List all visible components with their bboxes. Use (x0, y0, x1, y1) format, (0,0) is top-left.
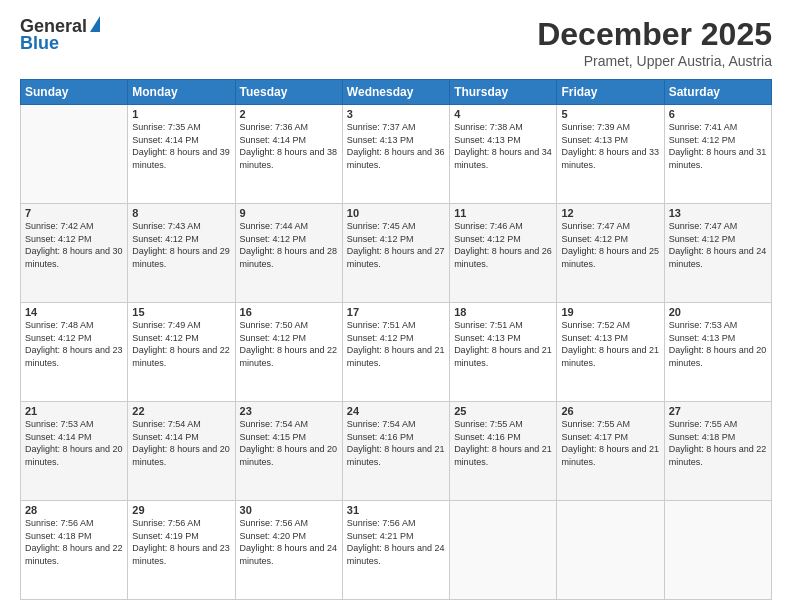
day-number: 29 (132, 504, 230, 516)
day-cell: 6 Sunrise: 7:41 AM Sunset: 4:12 PM Dayli… (664, 105, 771, 204)
day-number: 7 (25, 207, 123, 219)
title-block: December 2025 Pramet, Upper Austria, Aus… (537, 16, 772, 69)
day-number: 15 (132, 306, 230, 318)
day-number: 18 (454, 306, 552, 318)
week-row-4: 21 Sunrise: 7:53 AM Sunset: 4:14 PM Dayl… (21, 402, 772, 501)
daylight: Daylight: 8 hours and 38 minutes. (240, 147, 338, 170)
day-cell: 23 Sunrise: 7:54 AM Sunset: 4:15 PM Dayl… (235, 402, 342, 501)
sunrise: Sunrise: 7:41 AM (669, 122, 738, 132)
day-number: 26 (561, 405, 659, 417)
day-number: 3 (347, 108, 445, 120)
daylight: Daylight: 8 hours and 20 minutes. (25, 444, 123, 467)
daylight: Daylight: 8 hours and 20 minutes. (132, 444, 230, 467)
header-tuesday: Tuesday (235, 80, 342, 105)
daylight: Daylight: 8 hours and 21 minutes. (454, 345, 552, 368)
day-info: Sunrise: 7:39 AM Sunset: 4:13 PM Dayligh… (561, 121, 659, 171)
day-number: 24 (347, 405, 445, 417)
day-number: 31 (347, 504, 445, 516)
sunset: Sunset: 4:12 PM (561, 234, 628, 244)
day-cell: 9 Sunrise: 7:44 AM Sunset: 4:12 PM Dayli… (235, 204, 342, 303)
day-info: Sunrise: 7:56 AM Sunset: 4:20 PM Dayligh… (240, 517, 338, 567)
day-number: 9 (240, 207, 338, 219)
sunrise: Sunrise: 7:56 AM (347, 518, 416, 528)
daylight: Daylight: 8 hours and 34 minutes. (454, 147, 552, 170)
day-cell: 1 Sunrise: 7:35 AM Sunset: 4:14 PM Dayli… (128, 105, 235, 204)
day-number: 12 (561, 207, 659, 219)
day-number: 20 (669, 306, 767, 318)
logo: General Blue (20, 16, 100, 54)
sunset: Sunset: 4:19 PM (132, 531, 199, 541)
daylight: Daylight: 8 hours and 27 minutes. (347, 246, 445, 269)
day-info: Sunrise: 7:56 AM Sunset: 4:18 PM Dayligh… (25, 517, 123, 567)
daylight: Daylight: 8 hours and 21 minutes. (561, 444, 659, 467)
day-cell: 10 Sunrise: 7:45 AM Sunset: 4:12 PM Dayl… (342, 204, 449, 303)
sunset: Sunset: 4:12 PM (454, 234, 521, 244)
header: General Blue December 2025 Pramet, Upper… (20, 16, 772, 69)
day-cell: 3 Sunrise: 7:37 AM Sunset: 4:13 PM Dayli… (342, 105, 449, 204)
day-number: 28 (25, 504, 123, 516)
day-number: 2 (240, 108, 338, 120)
day-info: Sunrise: 7:53 AM Sunset: 4:14 PM Dayligh… (25, 418, 123, 468)
day-cell (557, 501, 664, 600)
day-number: 5 (561, 108, 659, 120)
week-row-2: 7 Sunrise: 7:42 AM Sunset: 4:12 PM Dayli… (21, 204, 772, 303)
sunset: Sunset: 4:12 PM (347, 333, 414, 343)
day-cell (450, 501, 557, 600)
sunrise: Sunrise: 7:54 AM (347, 419, 416, 429)
sunset: Sunset: 4:13 PM (454, 135, 521, 145)
day-number: 25 (454, 405, 552, 417)
daylight: Daylight: 8 hours and 33 minutes. (561, 147, 659, 170)
week-row-5: 28 Sunrise: 7:56 AM Sunset: 4:18 PM Dayl… (21, 501, 772, 600)
day-info: Sunrise: 7:46 AM Sunset: 4:12 PM Dayligh… (454, 220, 552, 270)
daylight: Daylight: 8 hours and 22 minutes. (25, 543, 123, 566)
sunset: Sunset: 4:12 PM (669, 135, 736, 145)
sunset: Sunset: 4:12 PM (240, 234, 307, 244)
sunset: Sunset: 4:14 PM (132, 432, 199, 442)
day-cell: 21 Sunrise: 7:53 AM Sunset: 4:14 PM Dayl… (21, 402, 128, 501)
day-number: 6 (669, 108, 767, 120)
sunrise: Sunrise: 7:56 AM (132, 518, 201, 528)
day-cell: 2 Sunrise: 7:36 AM Sunset: 4:14 PM Dayli… (235, 105, 342, 204)
day-cell: 30 Sunrise: 7:56 AM Sunset: 4:20 PM Dayl… (235, 501, 342, 600)
sunset: Sunset: 4:18 PM (25, 531, 92, 541)
day-cell (664, 501, 771, 600)
sunset: Sunset: 4:12 PM (132, 333, 199, 343)
day-info: Sunrise: 7:37 AM Sunset: 4:13 PM Dayligh… (347, 121, 445, 171)
day-cell: 5 Sunrise: 7:39 AM Sunset: 4:13 PM Dayli… (557, 105, 664, 204)
daylight: Daylight: 8 hours and 28 minutes. (240, 246, 338, 269)
day-info: Sunrise: 7:38 AM Sunset: 4:13 PM Dayligh… (454, 121, 552, 171)
sunset: Sunset: 4:14 PM (132, 135, 199, 145)
sunrise: Sunrise: 7:49 AM (132, 320, 201, 330)
day-number: 4 (454, 108, 552, 120)
day-cell: 4 Sunrise: 7:38 AM Sunset: 4:13 PM Dayli… (450, 105, 557, 204)
sunrise: Sunrise: 7:48 AM (25, 320, 94, 330)
daylight: Daylight: 8 hours and 31 minutes. (669, 147, 767, 170)
week-row-3: 14 Sunrise: 7:48 AM Sunset: 4:12 PM Dayl… (21, 303, 772, 402)
sunrise: Sunrise: 7:36 AM (240, 122, 309, 132)
day-cell: 24 Sunrise: 7:54 AM Sunset: 4:16 PM Dayl… (342, 402, 449, 501)
day-number: 22 (132, 405, 230, 417)
sunrise: Sunrise: 7:43 AM (132, 221, 201, 231)
sunrise: Sunrise: 7:37 AM (347, 122, 416, 132)
day-info: Sunrise: 7:53 AM Sunset: 4:13 PM Dayligh… (669, 319, 767, 369)
header-wednesday: Wednesday (342, 80, 449, 105)
daylight: Daylight: 8 hours and 39 minutes. (132, 147, 230, 170)
day-cell: 27 Sunrise: 7:55 AM Sunset: 4:18 PM Dayl… (664, 402, 771, 501)
day-info: Sunrise: 7:51 AM Sunset: 4:13 PM Dayligh… (454, 319, 552, 369)
header-friday: Friday (557, 80, 664, 105)
sunrise: Sunrise: 7:53 AM (25, 419, 94, 429)
sunset: Sunset: 4:12 PM (132, 234, 199, 244)
sunrise: Sunrise: 7:50 AM (240, 320, 309, 330)
day-info: Sunrise: 7:54 AM Sunset: 4:16 PM Dayligh… (347, 418, 445, 468)
sunset: Sunset: 4:12 PM (240, 333, 307, 343)
day-info: Sunrise: 7:51 AM Sunset: 4:12 PM Dayligh… (347, 319, 445, 369)
sunset: Sunset: 4:16 PM (454, 432, 521, 442)
sunrise: Sunrise: 7:38 AM (454, 122, 523, 132)
sunset: Sunset: 4:13 PM (561, 333, 628, 343)
day-info: Sunrise: 7:54 AM Sunset: 4:15 PM Dayligh… (240, 418, 338, 468)
daylight: Daylight: 8 hours and 26 minutes. (454, 246, 552, 269)
day-cell: 29 Sunrise: 7:56 AM Sunset: 4:19 PM Dayl… (128, 501, 235, 600)
day-info: Sunrise: 7:55 AM Sunset: 4:18 PM Dayligh… (669, 418, 767, 468)
day-info: Sunrise: 7:56 AM Sunset: 4:19 PM Dayligh… (132, 517, 230, 567)
sunrise: Sunrise: 7:51 AM (454, 320, 523, 330)
